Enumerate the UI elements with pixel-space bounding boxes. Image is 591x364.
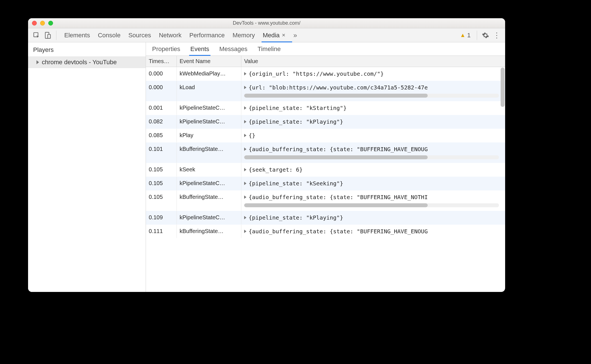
- subtab-label: Messages: [219, 45, 248, 53]
- player-item-label: chrome devtools - YouTube: [42, 59, 117, 66]
- expand-icon[interactable]: [244, 134, 246, 137]
- window-title: DevTools - www.youtube.com/: [28, 20, 505, 26]
- cell-value: {url: "blob:https://www.youtube.com/c34a…: [241, 81, 505, 101]
- cell-event-name: kPipelineStateC…: [177, 177, 241, 190]
- cell-timestamp: 0.000: [146, 67, 177, 80]
- tab-label: Memory: [233, 32, 255, 39]
- cell-value: {pipeline_state: "kPlaying"}: [241, 211, 505, 224]
- table-body: 0.000kWebMediaPlay…{origin_url: "https:/…: [146, 67, 505, 292]
- subtab-properties[interactable]: Properties: [152, 42, 180, 56]
- value-text: {pipeline_state: "kPlaying"}: [249, 214, 343, 221]
- col-value[interactable]: Value: [241, 56, 505, 67]
- table-row[interactable]: 0.105kSeek{seek_target: 6}: [146, 163, 505, 177]
- expand-icon[interactable]: [244, 148, 246, 151]
- subtab-timeline[interactable]: Timeline: [258, 42, 281, 56]
- titlebar: DevTools - www.youtube.com/: [28, 18, 505, 28]
- cell-value: {audio_buffering_state: {state: "BUFFERI…: [241, 190, 505, 211]
- window-maximize-button[interactable]: [48, 21, 53, 26]
- more-tabs-icon[interactable]: »: [293, 30, 297, 41]
- cell-event-name: kPlay: [177, 129, 241, 142]
- cell-value: {pipeline_state: "kSeeking"}: [241, 177, 505, 190]
- subtab-messages[interactable]: Messages: [219, 42, 248, 56]
- cell-timestamp: 0.082: [146, 115, 177, 128]
- table-row[interactable]: 0.105kBufferingState…{audio_buffering_st…: [146, 190, 505, 211]
- subtab-label: Properties: [152, 45, 180, 53]
- table-row[interactable]: 0.085kPlay{}: [146, 129, 505, 142]
- cell-event-name: kWebMediaPlay…: [177, 67, 241, 80]
- expand-icon[interactable]: [244, 120, 246, 123]
- svg-rect-2: [48, 34, 51, 38]
- vertical-scrollbar[interactable]: [501, 68, 505, 107]
- cell-event-name: kSeek: [177, 163, 241, 176]
- tab-label: Media: [263, 32, 280, 39]
- window-close-button[interactable]: [32, 21, 37, 26]
- cell-value: {origin_url: "https://www.youtube.com/"}: [241, 67, 505, 80]
- table-row[interactable]: 0.000kLoad{url: "blob:https://www.youtub…: [146, 81, 505, 101]
- cell-timestamp: 0.111: [146, 225, 177, 238]
- cell-timestamp: 0.105: [146, 190, 177, 211]
- expand-icon[interactable]: [244, 106, 246, 110]
- cell-event-name: kPipelineStateC…: [177, 115, 241, 128]
- value-text: {pipeline_state: "kSeeking"}: [249, 180, 343, 187]
- cell-event-name: kBufferingState…: [177, 225, 241, 238]
- table-header: Times… Event Name Value: [146, 56, 505, 67]
- cell-event-name: kPipelineStateC…: [177, 101, 241, 115]
- tab-elements[interactable]: Elements: [64, 28, 90, 42]
- content-area: Players chrome devtools - YouTube Proper…: [28, 42, 505, 292]
- tab-network[interactable]: Network: [159, 28, 182, 42]
- tab-label: Console: [98, 32, 121, 39]
- player-item[interactable]: chrome devtools - YouTube: [28, 56, 146, 68]
- events-table: Times… Event Name Value 0.000kWebMediaPl…: [146, 56, 505, 292]
- expand-icon[interactable]: [244, 168, 246, 171]
- expand-icon[interactable]: [244, 230, 246, 233]
- cell-value: {seek_target: 6}: [241, 163, 505, 176]
- col-timestamp[interactable]: Times…: [146, 56, 177, 67]
- value-text: {audio_buffering_state: {state: "BUFFERI…: [249, 228, 428, 235]
- cell-timestamp: 0.000: [146, 81, 177, 101]
- tab-media[interactable]: Media ✕: [263, 28, 285, 42]
- tab-memory[interactable]: Memory: [233, 28, 255, 42]
- inspect-element-icon[interactable]: [31, 30, 42, 41]
- table-row[interactable]: 0.109kPipelineStateC…{pipeline_state: "k…: [146, 211, 505, 225]
- table-row[interactable]: 0.001kPipelineStateC…{pipeline_state: "k…: [146, 101, 505, 115]
- tab-label: Performance: [189, 32, 225, 39]
- expand-icon[interactable]: [244, 195, 246, 199]
- tab-sources[interactable]: Sources: [128, 28, 151, 42]
- window-minimize-button[interactable]: [40, 21, 45, 26]
- table-row[interactable]: 0.000kWebMediaPlay…{origin_url: "https:/…: [146, 67, 505, 81]
- sidebar-title: Players: [28, 42, 146, 56]
- close-icon[interactable]: ✕: [282, 33, 285, 38]
- value-text: {origin_url: "https://www.youtube.com/"}: [249, 70, 384, 77]
- cell-timestamp: 0.085: [146, 129, 177, 142]
- expand-icon[interactable]: [244, 182, 246, 185]
- warnings-badge[interactable]: ▲ 1: [460, 32, 471, 39]
- toolbar-divider: [56, 31, 56, 40]
- table-row[interactable]: 0.082kPipelineStateC…{pipeline_state: "k…: [146, 115, 505, 129]
- settings-icon[interactable]: [480, 30, 491, 41]
- value-text: {seek_target: 6}: [249, 166, 303, 173]
- horizontal-scrollbar[interactable]: [244, 155, 499, 159]
- expand-icon[interactable]: [244, 86, 246, 89]
- expand-icon[interactable]: [244, 72, 246, 75]
- warning-icon: ▲: [460, 32, 466, 38]
- table-row[interactable]: 0.105kPipelineStateC…{pipeline_state: "k…: [146, 177, 505, 190]
- tab-console[interactable]: Console: [98, 28, 121, 42]
- device-toolbar-icon[interactable]: [42, 30, 53, 41]
- cell-value: {}: [241, 129, 505, 142]
- horizontal-scrollbar[interactable]: [244, 203, 499, 207]
- col-event-name[interactable]: Event Name: [177, 56, 241, 67]
- kebab-menu-icon[interactable]: ⋮: [491, 30, 502, 41]
- table-row[interactable]: 0.101kBufferingState…{audio_buffering_st…: [146, 142, 505, 163]
- value-text: {audio_buffering_state: {state: "BUFFERI…: [249, 194, 428, 201]
- subtab-label: Events: [190, 45, 209, 53]
- horizontal-scrollbar[interactable]: [244, 94, 499, 98]
- toolbar-divider: [477, 31, 477, 40]
- table-row[interactable]: 0.111kBufferingState…{audio_buffering_st…: [146, 225, 505, 238]
- tab-performance[interactable]: Performance: [189, 28, 225, 42]
- tab-label: Elements: [64, 32, 90, 39]
- cell-value: {audio_buffering_state: {state: "BUFFERI…: [241, 142, 505, 163]
- cell-timestamp: 0.105: [146, 163, 177, 176]
- expand-icon[interactable]: [244, 216, 246, 219]
- cell-event-name: kLoad: [177, 81, 241, 101]
- subtab-events[interactable]: Events: [190, 42, 209, 56]
